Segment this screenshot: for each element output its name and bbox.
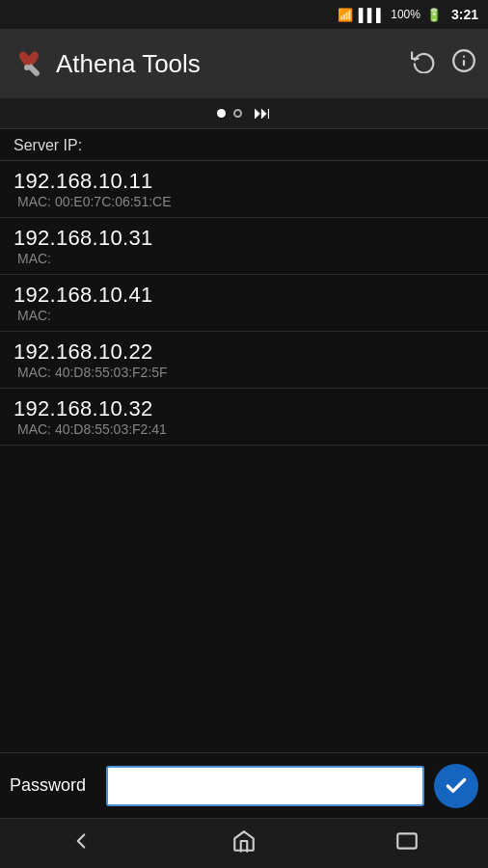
svg-rect-4: [397, 833, 417, 848]
main-content: Server IP: 192.168.10.11MAC: 00:E0:7C:06…: [0, 129, 488, 446]
app-bar: Athena Tools: [0, 29, 488, 98]
svg-point-0: [24, 65, 30, 70]
app-bar-actions: [411, 48, 476, 79]
status-bar: 📶 ▌▌▌ 100% 🔋 3:21: [0, 0, 488, 29]
confirm-button[interactable]: [434, 764, 478, 808]
dot-2[interactable]: [233, 109, 242, 118]
app-icon: [12, 46, 46, 81]
info-button[interactable]: [451, 48, 476, 79]
wifi-icon: 📶: [338, 8, 353, 22]
app-title: Athena Tools: [56, 49, 201, 79]
recents-button[interactable]: [394, 828, 420, 859]
device-ip-2: 192.168.10.41: [14, 283, 474, 308]
device-mac-0: MAC: 00:E0:7C:06:51:CE: [14, 194, 474, 213]
battery-icon: 🔋: [426, 8, 442, 22]
device-entry-2[interactable]: 192.168.10.41MAC:: [0, 275, 488, 332]
device-ip-0: 192.168.10.11: [14, 169, 474, 194]
section-header: Server IP:: [0, 129, 488, 161]
device-mac-1: MAC:: [14, 251, 474, 270]
password-bar: Password: [0, 752, 488, 818]
device-mac-4: MAC: 40:D8:55:03:F2:41: [14, 421, 474, 441]
skip-to-end-icon[interactable]: ⏭: [254, 103, 271, 123]
device-entry-3[interactable]: 192.168.10.22MAC: 40:D8:55:03:F2:5F: [0, 332, 488, 389]
signal-icon: ▌▌▌: [359, 8, 386, 22]
battery-percent: 100%: [391, 8, 420, 21]
password-input[interactable]: [106, 766, 424, 806]
device-mac-3: MAC: 40:D8:55:03:F2:5F: [14, 365, 474, 384]
home-button[interactable]: [231, 828, 257, 859]
device-entry-0[interactable]: 192.168.10.11MAC: 00:E0:7C:06:51:CE: [0, 161, 488, 218]
device-entry-4[interactable]: 192.168.10.32MAC: 40:D8:55:03:F2:41: [0, 389, 488, 446]
device-ip-3: 192.168.10.22: [14, 339, 474, 365]
back-button[interactable]: [68, 828, 94, 859]
device-mac-2: MAC:: [14, 308, 474, 327]
dot-1[interactable]: [217, 109, 226, 118]
status-time: 3:21: [451, 7, 478, 22]
device-ip-4: 192.168.10.32: [14, 396, 474, 421]
app-bar-left: Athena Tools: [12, 46, 201, 81]
nav-bar: [0, 818, 488, 868]
device-ip-1: 192.168.10.31: [14, 226, 474, 251]
pagination-bar: ⏭: [0, 98, 488, 129]
password-label: Password: [10, 775, 96, 796]
device-entry-1[interactable]: 192.168.10.31MAC:: [0, 218, 488, 275]
device-list: 192.168.10.11MAC: 00:E0:7C:06:51:CE192.1…: [0, 161, 488, 446]
refresh-button[interactable]: [411, 48, 436, 79]
